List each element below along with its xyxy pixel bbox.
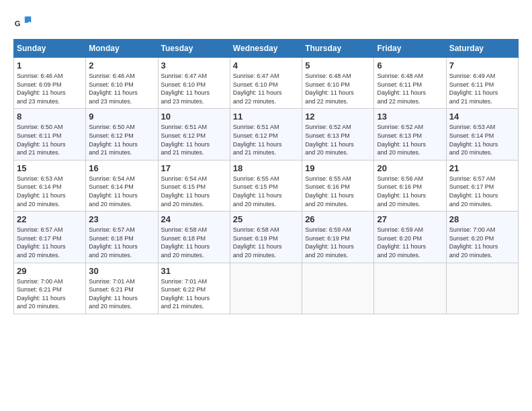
day-info: Sunrise: 6:50 AMSunset: 6:11 PMDaylight:… (17, 123, 83, 156)
calendar-day-cell: 27 Sunrise: 6:59 AMSunset: 6:20 PMDaylig… (374, 212, 446, 263)
calendar-day-cell: 4 Sunrise: 6:47 AMSunset: 6:10 PMDayligh… (230, 58, 302, 109)
calendar-day-cell (446, 263, 518, 314)
calendar-body: 1 Sunrise: 6:46 AMSunset: 6:09 PMDayligh… (14, 58, 519, 314)
day-info: Sunrise: 6:54 AMSunset: 6:14 PMDaylight:… (89, 175, 154, 208)
calendar-day-cell: 20 Sunrise: 6:56 AMSunset: 6:16 PMDaylig… (374, 160, 446, 211)
calendar-day-cell: 16 Sunrise: 6:54 AMSunset: 6:14 PMDaylig… (86, 160, 158, 211)
day-number: 7 (449, 60, 515, 71)
day-number: 4 (233, 60, 299, 71)
day-info: Sunrise: 6:57 AMSunset: 6:18 PMDaylight:… (89, 226, 154, 259)
day-info: Sunrise: 6:51 AMSunset: 6:12 PMDaylight:… (233, 123, 299, 156)
day-number: 1 (17, 60, 83, 71)
calendar-day-cell: 25 Sunrise: 6:58 AMSunset: 6:19 PMDaylig… (230, 212, 302, 263)
day-number: 14 (449, 111, 515, 122)
day-number: 12 (305, 111, 371, 122)
calendar-day-cell: 6 Sunrise: 6:48 AMSunset: 6:11 PMDayligh… (374, 58, 446, 109)
day-info: Sunrise: 7:00 AMSunset: 6:21 PMDaylight:… (17, 277, 83, 311)
day-number: 24 (161, 214, 227, 224)
day-number: 23 (89, 214, 154, 224)
day-number: 3 (161, 60, 227, 71)
day-info: Sunrise: 6:57 AMSunset: 6:17 PMDaylight:… (449, 175, 515, 208)
day-number: 21 (449, 163, 515, 173)
day-number: 27 (377, 214, 443, 224)
logo: G (13, 13, 35, 32)
day-info: Sunrise: 6:48 AMSunset: 6:10 PMDaylight:… (305, 72, 371, 105)
day-info: Sunrise: 7:01 AMSunset: 6:22 PMDaylight:… (161, 277, 227, 311)
day-number: 10 (161, 111, 227, 122)
day-number: 18 (233, 163, 299, 173)
calendar-day-cell: 9 Sunrise: 6:50 AMSunset: 6:12 PMDayligh… (86, 109, 158, 160)
calendar-day-cell: 12 Sunrise: 6:52 AMSunset: 6:13 PMDaylig… (302, 109, 374, 160)
calendar-day-cell: 23 Sunrise: 6:57 AMSunset: 6:18 PMDaylig… (86, 212, 158, 263)
day-info: Sunrise: 6:51 AMSunset: 6:12 PMDaylight:… (161, 123, 227, 156)
calendar-day-cell: 29 Sunrise: 7:00 AMSunset: 6:21 PMDaylig… (14, 263, 86, 314)
day-number: 2 (89, 60, 154, 71)
calendar-day-cell: 21 Sunrise: 6:57 AMSunset: 6:17 PMDaylig… (446, 160, 518, 211)
calendar-day-cell: 1 Sunrise: 6:46 AMSunset: 6:09 PMDayligh… (14, 58, 86, 109)
day-number: 26 (305, 214, 371, 224)
day-info: Sunrise: 6:53 AMSunset: 6:14 PMDaylight:… (17, 175, 83, 208)
day-number: 29 (17, 266, 83, 276)
day-number: 25 (233, 214, 299, 224)
weekday-header-cell: Saturday (446, 40, 518, 58)
calendar-day-cell: 18 Sunrise: 6:55 AMSunset: 6:15 PMDaylig… (230, 160, 302, 211)
day-info: Sunrise: 6:58 AMSunset: 6:18 PMDaylight:… (161, 226, 227, 259)
day-info: Sunrise: 6:50 AMSunset: 6:12 PMDaylight:… (89, 123, 154, 156)
day-info: Sunrise: 6:54 AMSunset: 6:15 PMDaylight:… (161, 175, 227, 208)
day-info: Sunrise: 6:46 AMSunset: 6:10 PMDaylight:… (89, 72, 154, 105)
day-info: Sunrise: 6:52 AMSunset: 6:13 PMDaylight:… (377, 123, 443, 156)
day-number: 6 (377, 60, 443, 71)
calendar-week-row: 8 Sunrise: 6:50 AMSunset: 6:11 PMDayligh… (14, 109, 519, 160)
day-info: Sunrise: 6:58 AMSunset: 6:19 PMDaylight:… (233, 226, 299, 259)
calendar-day-cell: 24 Sunrise: 6:58 AMSunset: 6:18 PMDaylig… (158, 212, 230, 263)
day-info: Sunrise: 6:56 AMSunset: 6:16 PMDaylight:… (377, 175, 443, 208)
day-info: Sunrise: 6:46 AMSunset: 6:09 PMDaylight:… (17, 72, 83, 105)
day-number: 11 (233, 111, 299, 122)
calendar-day-cell: 3 Sunrise: 6:47 AMSunset: 6:10 PMDayligh… (158, 58, 230, 109)
calendar-week-row: 1 Sunrise: 6:46 AMSunset: 6:09 PMDayligh… (14, 58, 519, 109)
calendar-day-cell: 17 Sunrise: 6:54 AMSunset: 6:15 PMDaylig… (158, 160, 230, 211)
svg-text:G: G (15, 19, 21, 28)
day-number: 16 (89, 163, 154, 173)
calendar-day-cell: 15 Sunrise: 6:53 AMSunset: 6:14 PMDaylig… (14, 160, 86, 211)
day-info: Sunrise: 6:59 AMSunset: 6:20 PMDaylight:… (377, 226, 443, 259)
weekday-header-cell: Friday (374, 40, 446, 58)
day-info: Sunrise: 6:53 AMSunset: 6:14 PMDaylight:… (449, 123, 515, 156)
day-number: 8 (17, 111, 83, 122)
day-number: 13 (377, 111, 443, 122)
calendar-day-cell: 30 Sunrise: 7:01 AMSunset: 6:21 PMDaylig… (86, 263, 158, 314)
calendar-week-row: 22 Sunrise: 6:57 AMSunset: 6:17 PMDaylig… (14, 212, 519, 263)
day-number: 15 (17, 163, 83, 173)
calendar-day-cell: 19 Sunrise: 6:55 AMSunset: 6:16 PMDaylig… (302, 160, 374, 211)
day-number: 17 (161, 163, 227, 173)
calendar-week-row: 15 Sunrise: 6:53 AMSunset: 6:14 PMDaylig… (14, 160, 519, 211)
weekday-header-row: SundayMondayTuesdayWednesdayThursdayFrid… (14, 40, 519, 58)
logo-icon: G (13, 13, 32, 32)
day-info: Sunrise: 6:47 AMSunset: 6:10 PMDaylight:… (161, 72, 227, 105)
calendar-day-cell: 11 Sunrise: 6:51 AMSunset: 6:12 PMDaylig… (230, 109, 302, 160)
weekday-header-cell: Sunday (14, 40, 86, 58)
day-info: Sunrise: 7:01 AMSunset: 6:21 PMDaylight:… (89, 277, 154, 311)
day-info: Sunrise: 7:00 AMSunset: 6:20 PMDaylight:… (449, 226, 515, 259)
day-info: Sunrise: 6:48 AMSunset: 6:11 PMDaylight:… (377, 72, 443, 105)
weekday-header-cell: Tuesday (158, 40, 230, 58)
calendar-day-cell (374, 263, 446, 314)
page-header: G (13, 13, 519, 32)
weekday-header-cell: Thursday (302, 40, 374, 58)
day-info: Sunrise: 6:57 AMSunset: 6:17 PMDaylight:… (17, 226, 83, 259)
calendar-day-cell (302, 263, 374, 314)
calendar-day-cell: 14 Sunrise: 6:53 AMSunset: 6:14 PMDaylig… (446, 109, 518, 160)
calendar-day-cell: 13 Sunrise: 6:52 AMSunset: 6:13 PMDaylig… (374, 109, 446, 160)
calendar-day-cell: 28 Sunrise: 7:00 AMSunset: 6:20 PMDaylig… (446, 212, 518, 263)
day-number: 28 (449, 214, 515, 224)
calendar-day-cell: 2 Sunrise: 6:46 AMSunset: 6:10 PMDayligh… (86, 58, 158, 109)
calendar-week-row: 29 Sunrise: 7:00 AMSunset: 6:21 PMDaylig… (14, 263, 519, 314)
calendar-day-cell: 10 Sunrise: 6:51 AMSunset: 6:12 PMDaylig… (158, 109, 230, 160)
day-number: 20 (377, 163, 443, 173)
day-info: Sunrise: 6:47 AMSunset: 6:10 PMDaylight:… (233, 72, 299, 105)
calendar-day-cell: 7 Sunrise: 6:49 AMSunset: 6:11 PMDayligh… (446, 58, 518, 109)
weekday-header-cell: Monday (86, 40, 158, 58)
day-info: Sunrise: 6:59 AMSunset: 6:19 PMDaylight:… (305, 226, 371, 259)
day-number: 19 (305, 163, 371, 173)
calendar-day-cell: 5 Sunrise: 6:48 AMSunset: 6:10 PMDayligh… (302, 58, 374, 109)
